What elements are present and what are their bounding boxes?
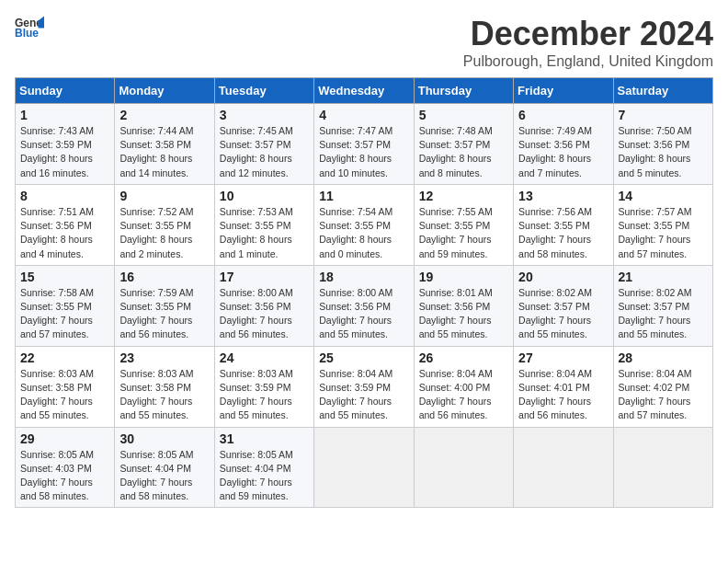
- calendar-cell: 17Sunrise: 8:00 AMSunset: 3:56 PMDayligh…: [214, 265, 313, 346]
- day-number: 10: [220, 189, 309, 203]
- day-detail: Sunrise: 7:50 AMSunset: 3:56 PMDaylight:…: [619, 124, 708, 180]
- calendar-cell: 28Sunrise: 8:04 AMSunset: 4:02 PMDayligh…: [613, 346, 712, 427]
- day-detail: Sunrise: 8:04 AMSunset: 3:59 PMDaylight:…: [319, 367, 408, 423]
- day-detail: Sunrise: 8:05 AMSunset: 4:04 PMDaylight:…: [220, 448, 309, 504]
- calendar-cell: 27Sunrise: 8:04 AMSunset: 4:01 PMDayligh…: [514, 346, 613, 427]
- day-detail: Sunrise: 7:55 AMSunset: 3:55 PMDaylight:…: [419, 205, 508, 261]
- calendar-cell: 4Sunrise: 7:47 AMSunset: 3:57 PMDaylight…: [314, 104, 414, 185]
- calendar-week-row: 15Sunrise: 7:58 AMSunset: 3:55 PMDayligh…: [16, 265, 713, 346]
- day-number: 1: [20, 108, 109, 122]
- day-number: 26: [419, 350, 508, 365]
- day-detail: Sunrise: 8:00 AMSunset: 3:56 PMDaylight:…: [220, 286, 309, 342]
- day-number: 25: [319, 350, 408, 365]
- day-detail: Sunrise: 8:05 AMSunset: 4:04 PMDaylight:…: [119, 448, 209, 504]
- calendar-cell: 5Sunrise: 7:48 AMSunset: 3:57 PMDaylight…: [414, 104, 513, 185]
- day-detail: Sunrise: 7:51 AMSunset: 3:56 PMDaylight:…: [20, 205, 109, 261]
- calendar-cell: 31Sunrise: 8:05 AMSunset: 4:04 PMDayligh…: [214, 427, 313, 508]
- calendar-cell: 23Sunrise: 8:03 AMSunset: 3:58 PMDayligh…: [115, 346, 214, 427]
- day-detail: Sunrise: 8:02 AMSunset: 3:57 PMDaylight:…: [518, 286, 608, 342]
- day-detail: Sunrise: 8:01 AMSunset: 3:56 PMDaylight:…: [419, 286, 508, 342]
- calendar-cell: [514, 427, 613, 508]
- day-detail: Sunrise: 7:48 AMSunset: 3:57 PMDaylight:…: [419, 124, 508, 180]
- calendar-cell: 24Sunrise: 8:03 AMSunset: 3:59 PMDayligh…: [214, 346, 313, 427]
- day-number: 12: [419, 189, 508, 203]
- calendar-cell: 30Sunrise: 8:05 AMSunset: 4:04 PMDayligh…: [115, 427, 214, 508]
- day-detail: Sunrise: 7:47 AMSunset: 3:57 PMDaylight:…: [319, 124, 408, 180]
- day-header-thursday: Thursday: [414, 78, 513, 104]
- day-detail: Sunrise: 8:04 AMSunset: 4:02 PMDaylight:…: [619, 367, 708, 423]
- calendar-cell: 8Sunrise: 7:51 AMSunset: 3:56 PMDaylight…: [16, 184, 115, 265]
- day-number: 7: [619, 108, 708, 122]
- day-header-friday: Friday: [514, 78, 613, 104]
- calendar-week-row: 1Sunrise: 7:43 AMSunset: 3:59 PMDaylight…: [16, 104, 713, 185]
- day-detail: Sunrise: 7:53 AMSunset: 3:55 PMDaylight:…: [220, 205, 309, 261]
- calendar-cell: [414, 427, 513, 508]
- calendar-cell: 25Sunrise: 8:04 AMSunset: 3:59 PMDayligh…: [314, 346, 414, 427]
- day-detail: Sunrise: 7:58 AMSunset: 3:55 PMDaylight:…: [20, 286, 109, 342]
- day-number: 9: [119, 189, 209, 203]
- day-detail: Sunrise: 7:49 AMSunset: 3:56 PMDaylight:…: [518, 124, 608, 180]
- day-header-sunday: Sunday: [16, 78, 115, 104]
- day-detail: Sunrise: 8:03 AMSunset: 3:58 PMDaylight:…: [119, 367, 209, 423]
- page-header: General Blue December 2024 Pulborough, E…: [15, 15, 713, 70]
- calendar-cell: 10Sunrise: 7:53 AMSunset: 3:55 PMDayligh…: [214, 184, 313, 265]
- day-number: 4: [319, 108, 408, 122]
- day-header-monday: Monday: [115, 78, 214, 104]
- calendar-week-row: 22Sunrise: 8:03 AMSunset: 3:58 PMDayligh…: [16, 346, 713, 427]
- calendar-week-row: 8Sunrise: 7:51 AMSunset: 3:56 PMDaylight…: [16, 184, 713, 265]
- day-number: 11: [319, 189, 408, 203]
- calendar-cell: 12Sunrise: 7:55 AMSunset: 3:55 PMDayligh…: [414, 184, 513, 265]
- month-title: December 2024: [463, 15, 713, 53]
- day-detail: Sunrise: 7:43 AMSunset: 3:59 PMDaylight:…: [20, 124, 109, 180]
- day-number: 16: [119, 270, 209, 284]
- calendar-cell: 19Sunrise: 8:01 AMSunset: 3:56 PMDayligh…: [414, 265, 513, 346]
- calendar-cell: [314, 427, 414, 508]
- calendar-cell: [613, 427, 712, 508]
- calendar-cell: 20Sunrise: 8:02 AMSunset: 3:57 PMDayligh…: [514, 265, 613, 346]
- day-detail: Sunrise: 8:03 AMSunset: 3:58 PMDaylight:…: [20, 367, 109, 423]
- day-detail: Sunrise: 8:03 AMSunset: 3:59 PMDaylight:…: [220, 367, 309, 423]
- calendar-week-row: 29Sunrise: 8:05 AMSunset: 4:03 PMDayligh…: [16, 427, 713, 508]
- calendar-table: SundayMondayTuesdayWednesdayThursdayFrid…: [15, 77, 713, 508]
- location-title: Pulborough, England, United Kingdom: [463, 53, 713, 70]
- day-number: 28: [619, 350, 708, 365]
- day-number: 22: [20, 350, 109, 365]
- day-detail: Sunrise: 8:04 AMSunset: 4:01 PMDaylight:…: [518, 367, 608, 423]
- day-number: 14: [619, 189, 708, 203]
- calendar-cell: 18Sunrise: 8:00 AMSunset: 3:56 PMDayligh…: [314, 265, 414, 346]
- day-number: 3: [220, 108, 309, 122]
- calendar-cell: 16Sunrise: 7:59 AMSunset: 3:55 PMDayligh…: [115, 265, 214, 346]
- day-detail: Sunrise: 7:57 AMSunset: 3:55 PMDaylight:…: [619, 205, 708, 261]
- day-number: 18: [319, 270, 408, 284]
- day-detail: Sunrise: 8:05 AMSunset: 4:03 PMDaylight:…: [20, 448, 109, 504]
- calendar-cell: 15Sunrise: 7:58 AMSunset: 3:55 PMDayligh…: [16, 265, 115, 346]
- calendar-cell: 1Sunrise: 7:43 AMSunset: 3:59 PMDaylight…: [16, 104, 115, 185]
- day-number: 30: [119, 431, 209, 446]
- calendar-cell: 14Sunrise: 7:57 AMSunset: 3:55 PMDayligh…: [613, 184, 712, 265]
- calendar-cell: 21Sunrise: 8:02 AMSunset: 3:57 PMDayligh…: [613, 265, 712, 346]
- day-number: 8: [20, 189, 109, 203]
- day-number: 5: [419, 108, 508, 122]
- logo: General Blue: [15, 15, 44, 40]
- day-header-saturday: Saturday: [613, 78, 712, 104]
- day-number: 20: [518, 270, 608, 284]
- day-detail: Sunrise: 7:52 AMSunset: 3:55 PMDaylight:…: [119, 205, 209, 261]
- svg-text:Blue: Blue: [15, 27, 39, 40]
- calendar-cell: 29Sunrise: 8:05 AMSunset: 4:03 PMDayligh…: [16, 427, 115, 508]
- day-header-wednesday: Wednesday: [314, 78, 414, 104]
- day-detail: Sunrise: 7:54 AMSunset: 3:55 PMDaylight:…: [319, 205, 408, 261]
- calendar-cell: 13Sunrise: 7:56 AMSunset: 3:55 PMDayligh…: [514, 184, 613, 265]
- day-number: 24: [220, 350, 309, 365]
- calendar-cell: 7Sunrise: 7:50 AMSunset: 3:56 PMDaylight…: [613, 104, 712, 185]
- day-number: 29: [20, 431, 109, 446]
- calendar-cell: 3Sunrise: 7:45 AMSunset: 3:57 PMDaylight…: [214, 104, 313, 185]
- calendar-cell: 11Sunrise: 7:54 AMSunset: 3:55 PMDayligh…: [314, 184, 414, 265]
- calendar-cell: 22Sunrise: 8:03 AMSunset: 3:58 PMDayligh…: [16, 346, 115, 427]
- calendar-header-row: SundayMondayTuesdayWednesdayThursdayFrid…: [16, 78, 713, 104]
- day-detail: Sunrise: 7:56 AMSunset: 3:55 PMDaylight:…: [518, 205, 608, 261]
- day-detail: Sunrise: 8:00 AMSunset: 3:56 PMDaylight:…: [319, 286, 408, 342]
- day-number: 19: [419, 270, 508, 284]
- day-detail: Sunrise: 7:45 AMSunset: 3:57 PMDaylight:…: [220, 124, 309, 180]
- calendar-cell: 2Sunrise: 7:44 AMSunset: 3:58 PMDaylight…: [115, 104, 214, 185]
- day-number: 13: [518, 189, 608, 203]
